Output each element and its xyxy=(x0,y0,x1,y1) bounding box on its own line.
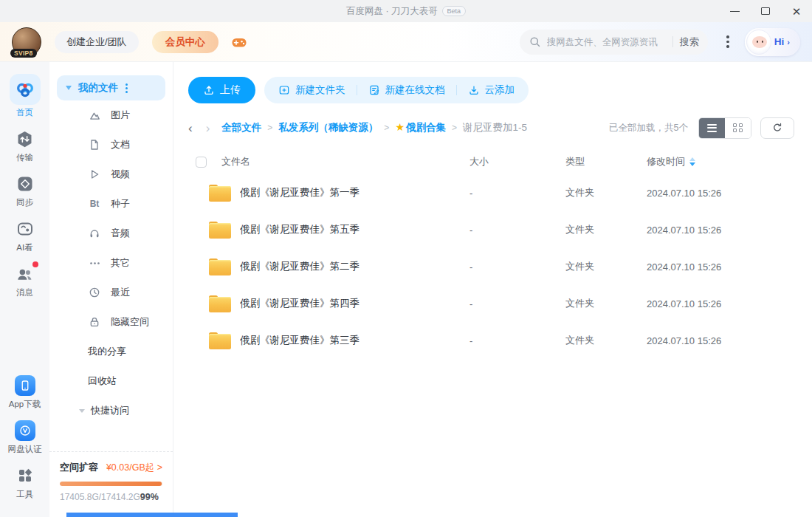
messages-icon xyxy=(14,263,36,285)
lock-icon xyxy=(88,316,101,328)
vip-center-button[interactable]: 会员中心 xyxy=(152,31,219,53)
new-online-doc-button[interactable]: 新建在线文档 xyxy=(357,83,456,97)
breadcrumb-separator: > xyxy=(452,123,457,133)
document-icon xyxy=(88,139,101,151)
rail-item-verify[interactable]: 网盘认证 xyxy=(8,420,42,455)
sidebar-item-recent[interactable]: 最近 xyxy=(49,278,173,307)
search-input[interactable] xyxy=(547,37,666,47)
rail-item-messages[interactable]: 消息 xyxy=(14,263,36,298)
divider xyxy=(672,36,673,47)
more-menu-icon[interactable] xyxy=(718,35,737,48)
sort-icon[interactable] xyxy=(689,157,695,166)
file-row[interactable]: 俄剧《谢尼亚费佳》第一季 - 文件夹 2024.07.10 15:26 xyxy=(188,174,794,211)
sidebar: 我的文件 图片 文档 视频 xyxy=(49,62,173,517)
sidebar-item-hidden-space[interactable]: 隐藏空间 xyxy=(49,307,173,337)
clock-icon xyxy=(88,287,101,298)
rail-item-sync[interactable]: 同步 xyxy=(14,173,36,208)
file-row[interactable]: 俄剧《谢尼亚费佳》第三季 - 文件夹 2024.07.10 15:26 xyxy=(188,322,794,359)
ai-view-icon xyxy=(14,218,36,240)
file-row[interactable]: 俄剧《谢尼亚费佳》第四季 - 文件夹 2024.07.10 15:26 xyxy=(188,285,794,322)
sidebar-item-torrents[interactable]: Bt 种子 xyxy=(49,189,173,219)
column-header-modified[interactable]: 修改时间 xyxy=(647,155,794,168)
sidebar-item-others[interactable]: 其它 xyxy=(49,248,173,278)
rail-item-transfer[interactable]: 传输 xyxy=(14,128,36,163)
breadcrumb-item[interactable]: 私发系列（稀缺资源） xyxy=(278,121,378,134)
user-logo[interactable]: SVIP8 xyxy=(12,27,41,57)
account-pill[interactable]: Hi › xyxy=(745,28,800,56)
ellipsis-icon xyxy=(88,257,101,270)
storage-price-link[interactable]: ¥0.03/GB起 > xyxy=(106,462,162,474)
sidebar-item-videos[interactable]: 视频 xyxy=(49,160,173,189)
star-icon: ★ xyxy=(395,121,405,133)
column-header-type[interactable]: 类型 xyxy=(565,155,647,168)
minimize-button[interactable] xyxy=(719,0,750,22)
play-icon xyxy=(88,168,101,180)
bt-icon: Bt xyxy=(88,199,101,209)
table-header: 文件名 大小 类型 修改时间 xyxy=(188,149,794,174)
rail-item-ai-view[interactable]: AI看 xyxy=(14,218,36,253)
account-avatar xyxy=(746,30,771,55)
upload-button[interactable]: 上传 xyxy=(188,77,255,103)
sidebar-item-quick-access[interactable]: 快捷访问 xyxy=(49,396,173,425)
close-icon: ✕ xyxy=(792,6,802,17)
new-folder-icon xyxy=(278,84,290,96)
storage-progress-bar xyxy=(60,482,162,486)
new-doc-icon xyxy=(368,84,380,96)
breadcrumb-separator: > xyxy=(267,123,272,133)
titlebar: 百度网盘 · 刀刀大表哥 Beta ✕ xyxy=(0,0,812,22)
game-center-icon[interactable] xyxy=(230,33,248,51)
my-files-menu-icon[interactable] xyxy=(125,83,128,93)
file-row[interactable]: 俄剧《谢尼亚费佳》第二季 - 文件夹 2024.07.10 15:26 xyxy=(188,248,794,285)
image-icon xyxy=(88,109,101,122)
column-header-name[interactable]: 文件名 xyxy=(221,155,469,168)
rail-item-app-download[interactable]: App下载 xyxy=(9,374,41,410)
sidebar-item-documents[interactable]: 文档 xyxy=(49,130,173,160)
sidebar-item-audio[interactable]: 音频 xyxy=(49,219,173,248)
file-browser: 上传 新建文件夹 新建在线文档 云添加 xyxy=(173,62,812,517)
new-folder-button[interactable]: 新建文件夹 xyxy=(267,83,357,97)
app-window: 百度网盘 · 刀刀大表哥 Beta ✕ SVIP8 创建企业/团队 会员中心 搜… xyxy=(0,0,812,517)
headphones-icon xyxy=(88,227,101,239)
file-row[interactable]: 俄剧《谢尼亚费佳》第五季 - 文件夹 2024.07.10 15:26 xyxy=(188,211,794,248)
search-button[interactable]: 搜索 xyxy=(680,35,699,49)
maximize-button[interactable] xyxy=(750,0,781,22)
topbar: SVIP8 创建企业/团队 会员中心 搜索 Hi › xyxy=(0,22,812,62)
cloud-add-button[interactable]: 云添加 xyxy=(457,83,526,97)
breadcrumb: 全部文件 > 私发系列（稀缺资源） > ★俄剧合集 > 谢尼亚费加1-5 xyxy=(221,121,527,134)
rail-item-tools[interactable]: 工具 xyxy=(14,465,36,500)
folder-icon xyxy=(209,295,231,312)
grid-view-button[interactable] xyxy=(725,118,751,138)
nav-forward-button[interactable]: › xyxy=(206,122,210,134)
folder-icon xyxy=(209,332,231,349)
collapse-icon xyxy=(79,409,85,413)
transfer-icon xyxy=(14,128,36,150)
view-toggle xyxy=(698,117,751,139)
sidebar-item-pictures[interactable]: 图片 xyxy=(49,100,173,130)
close-button[interactable]: ✕ xyxy=(781,0,812,22)
window-title: 百度网盘 · 刀刀大表哥 xyxy=(346,5,438,18)
bottom-accent-strip xyxy=(66,513,238,517)
refresh-button[interactable] xyxy=(760,117,794,139)
breadcrumb-item[interactable]: ★俄剧合集 xyxy=(395,121,446,134)
greeting-label: Hi xyxy=(774,36,785,47)
storage-panel: 空间扩容 ¥0.03/GB起 > 17405.8G/17414.2G99% xyxy=(49,451,173,517)
maximize-icon xyxy=(761,7,770,15)
breadcrumb-separator: > xyxy=(384,123,389,133)
list-view-button[interactable] xyxy=(699,118,725,138)
cloud-add-icon xyxy=(468,84,480,96)
search-icon xyxy=(529,35,541,48)
home-logo-icon xyxy=(10,74,41,105)
column-header-size[interactable]: 大小 xyxy=(469,155,565,168)
rail-item-home[interactable]: 首页 xyxy=(10,74,41,118)
nav-back-button[interactable]: ‹ xyxy=(188,122,193,134)
unread-badge xyxy=(32,261,38,267)
breadcrumb-item[interactable]: 全部文件 xyxy=(221,121,261,134)
sidebar-item-recycle-bin[interactable]: 回收站 xyxy=(49,366,173,396)
select-all-checkbox[interactable] xyxy=(196,157,207,168)
storage-usage-text: 17405.8G/17414.2G99% xyxy=(60,492,162,502)
sidebar-item-my-shares[interactable]: 我的分享 xyxy=(49,337,173,366)
sidebar-item-my-files[interactable]: 我的文件 xyxy=(57,75,165,100)
refresh-icon xyxy=(771,122,783,134)
verify-icon xyxy=(15,420,35,441)
create-team-button[interactable]: 创建企业/团队 xyxy=(55,31,139,53)
